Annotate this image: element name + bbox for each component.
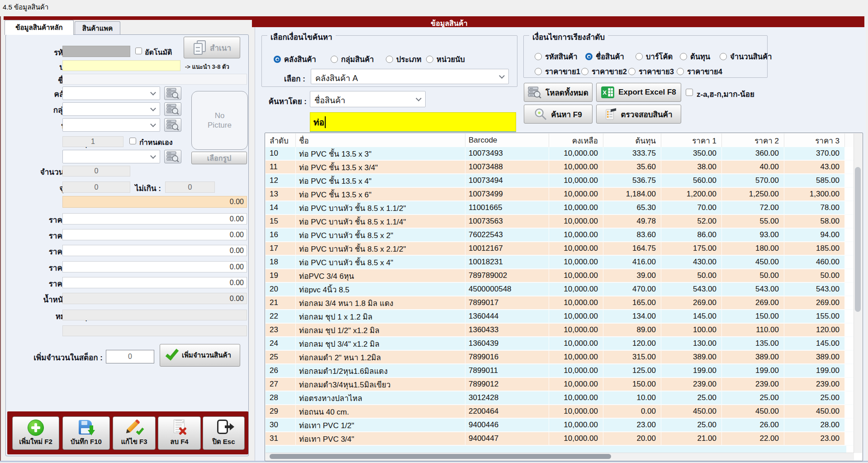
choose-picture-button[interactable]: เลือกรูป — [191, 152, 247, 164]
descending-sort-checkbox[interactable] — [686, 89, 693, 96]
horizontal-scrollbar-thumb[interactable] — [270, 454, 611, 459]
close-button[interactable]: ปิด Esc — [203, 416, 245, 450]
table-row[interactable]: 18ท่อ PVC บานหัว ชั้น 8.5 x 4"1001823110… — [266, 256, 854, 269]
radio-off-icon — [535, 53, 542, 60]
add-new-button[interactable]: เพิ่มใหม่ F2 — [12, 416, 59, 450]
price1-input[interactable] — [62, 213, 247, 224]
column-header-name[interactable]: ชื่อ — [296, 134, 465, 147]
criteria-radio-warehouse[interactable]: คลังสินค้า — [274, 53, 316, 65]
column-header-price1[interactable]: ราคา 1 — [661, 134, 722, 147]
table-row[interactable]: 12ท่อ PVC ชั้น 13.5 x 4"1007349410,000.0… — [266, 174, 854, 188]
tab-pack-product[interactable]: สินค้าแพค — [75, 21, 120, 35]
table-row[interactable]: 14ท่อ PVC บานหัว ชั้น 8.5 x 1.1/2"110016… — [266, 201, 854, 215]
column-header-price3[interactable]: ราคา 3 — [784, 134, 845, 147]
price3-input[interactable] — [62, 245, 247, 256]
product-picture-placeholder: No Picture — [191, 91, 248, 150]
column-header-no[interactable]: ลำดับ — [266, 134, 296, 147]
max-stock-input[interactable] — [165, 181, 215, 193]
copy-button[interactable]: สำเนา — [184, 37, 240, 58]
table-row[interactable]: 19ท่อPVC 3/4 6หุน78978900210,000.0039.00… — [266, 269, 854, 283]
sort-radio-name[interactable]: ชื่อสินค้า — [585, 51, 624, 62]
table-row[interactable]: 22ท่อกลม ชุป 1 x 1.2 มิล136044410,000.00… — [266, 310, 854, 324]
product-name-input[interactable] — [62, 74, 247, 85]
verify-products-button[interactable]: ตรวจสอบสินค้า — [596, 105, 681, 124]
table-row[interactable]: 15ท่อ PVC บานหัว ชั้น 8.5 x 1.1/4"100735… — [266, 215, 854, 229]
vertical-scrollbar[interactable] — [854, 134, 862, 453]
table-row[interactable]: 20ท่อpvc 4นิ้ว 8.5450000054810,000.00470… — [266, 283, 854, 296]
table-row[interactable]: 30ท่อเทา PVC 1/2"940044610,000.0023.0025… — [266, 419, 854, 432]
reorder-point-input[interactable] — [62, 181, 130, 193]
table-row[interactable]: 23ท่อกลม ชุป 1/2" x1.2 มิล136043310,000.… — [266, 324, 854, 337]
table-row[interactable]: 11ท่อ PVC ชั้น 13.5 x 3/4"1007348810,000… — [266, 161, 854, 174]
unit-lookup-button[interactable] — [164, 150, 181, 163]
table-row[interactable]: 31ท่อเทา PVC 3/4"940044710,000.0020.0021… — [266, 432, 854, 446]
save-button[interactable]: บันทึก F10 — [62, 416, 110, 450]
column-header-remaining[interactable]: คงเหลือ — [549, 134, 603, 147]
vertical-scrollbar-thumb[interactable] — [855, 167, 861, 312]
auto-code-checkbox[interactable] — [135, 48, 142, 54]
find-button[interactable]: ค้นหา F9 — [524, 105, 593, 124]
warehouse-filter-select[interactable]: คลังสินค้า A — [311, 69, 509, 84]
add-stock-input[interactable] — [106, 350, 154, 363]
radio-off-icon — [720, 53, 727, 60]
table-row[interactable]: 10ท่อ PVC ชั้น 13.5 x 3"1007349310,000.0… — [266, 147, 854, 161]
special-input[interactable] — [62, 325, 247, 336]
radio-off-icon — [628, 68, 636, 75]
note-input[interactable] — [62, 310, 247, 320]
product-group-select[interactable] — [62, 102, 160, 116]
product-group-lookup-button[interactable] — [164, 102, 181, 116]
table-row[interactable]: 28ท่อตรงหางปลาไหล301242810,000.0010.0025… — [266, 391, 854, 405]
tab-main-product[interactable]: ข้อมูลสินค้าหลัก — [5, 20, 74, 35]
table-row[interactable]: 13ท่อ PVC ชั้น 13.5 x 6"1007349910,000.0… — [266, 188, 854, 201]
excel-icon: X — [601, 86, 614, 98]
criteria-radio-unit[interactable]: หน่วยนับ — [426, 53, 465, 65]
warehouse-lookup-button[interactable] — [164, 86, 181, 100]
stock-qty-input[interactable] — [62, 166, 130, 177]
table-row[interactable]: 26ท่อกลมดำ1/2หุน1.6มิลแดง789901110,000.0… — [266, 364, 854, 378]
sort-radio-barcode[interactable]: บาร์โค้ด — [636, 51, 673, 62]
table-row[interactable]: 17ท่อ PVC บานหัว ชั้น 8.5 x 2.1/2"100121… — [266, 242, 854, 256]
criteria-radio-type[interactable]: ประเภท — [386, 53, 422, 65]
table-row[interactable]: 24ท่อกลม ชุป 3/4" x1.2 มิล136043910,000.… — [266, 337, 854, 351]
barcode-input[interactable] — [62, 60, 180, 71]
load-all-button[interactable]: โหลดทั้งหมด — [524, 83, 593, 102]
criteria-radio-group[interactable]: กลุ่มสินค้า — [331, 53, 374, 65]
sort-radio-qty[interactable]: จำนวนสินค้า — [720, 51, 772, 62]
sort-radio-price3[interactable]: ราคาขาย3 — [628, 66, 674, 77]
export-excel-button[interactable]: X Export Excel F8 — [596, 83, 681, 102]
descending-sort-label: z-a,ฮ-ก,มาก-น้อย — [697, 88, 754, 100]
packing-input[interactable] — [62, 136, 123, 147]
table-row[interactable]: 29ท่อถนน 40 cm.220046410,000.000.00450.0… — [266, 405, 854, 419]
table-row[interactable]: 27ท่อกลมดำ3/4หุน1.5มิลเขียว789901210,000… — [266, 378, 854, 391]
cost-input[interactable] — [62, 196, 247, 208]
product-type-lookup-button[interactable] — [164, 118, 181, 132]
horizontal-scrollbar[interactable] — [266, 453, 854, 460]
price2-input[interactable] — [62, 229, 247, 240]
unit-select[interactable] — [62, 150, 160, 163]
product-type-select[interactable] — [62, 118, 160, 132]
search-by-select[interactable]: ชื่อสินค้า — [310, 91, 426, 107]
product-code-input[interactable] — [62, 46, 130, 57]
sort-radio-price4[interactable]: ราคาขาย4 — [677, 66, 722, 77]
sort-radio-price2[interactable]: ราคาขาย2 — [581, 66, 627, 77]
custom-packing-checkbox[interactable] — [129, 138, 136, 144]
pencil-icon — [126, 420, 143, 435]
table-row[interactable]: 21ท่อกลม 3/4 หนา 1.8 มิล แดง789901710,00… — [266, 296, 854, 310]
price4-input[interactable] — [62, 261, 247, 272]
sort-radio-cost[interactable]: ต้นทุน — [680, 51, 710, 62]
warehouse-select[interactable] — [62, 86, 160, 100]
edit-button[interactable]: แก้ไข F3 — [113, 416, 156, 450]
column-header-price2[interactable]: ราคา 2 — [722, 134, 784, 147]
column-header-cost[interactable]: ต้นทุน — [603, 134, 661, 147]
delete-button[interactable]: ลบ F4 — [158, 416, 201, 450]
table-row[interactable]: 16ท่อ PVC บานหัว ชั้น 8.5 x 2"7602254310… — [266, 229, 854, 242]
search-query-input[interactable]: ท่อ — [310, 112, 516, 132]
sort-radio-price1[interactable]: ราคาขาย1 — [535, 66, 580, 77]
database-search-icon — [528, 86, 541, 98]
column-header-barcode[interactable]: Barcode — [465, 134, 549, 147]
table-row[interactable]: 25ท่อกลมดำ 2" หนา 1.2มิล789901610,000.00… — [266, 351, 854, 364]
price5-input[interactable] — [62, 277, 247, 288]
sort-radio-code[interactable]: รหัสสินค้า — [535, 51, 577, 62]
add-stock-button[interactable]: เพิ่มจำนวนสินค้า — [160, 344, 240, 367]
weight-input[interactable] — [62, 293, 247, 304]
